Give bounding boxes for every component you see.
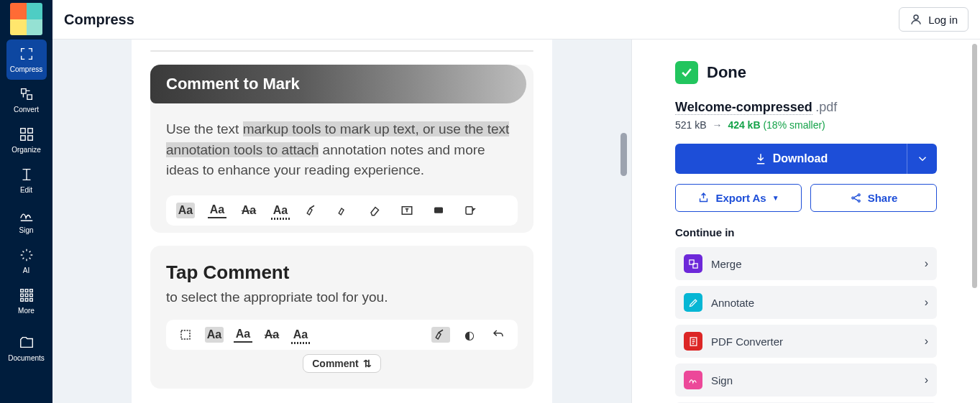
- download-dropdown-button[interactable]: [907, 144, 937, 174]
- brand-logo[interactable]: [10, 3, 42, 35]
- svg-point-20: [858, 200, 860, 202]
- doc-page: Comment to Mark Use the text markup tool…: [132, 40, 552, 403]
- highlight-tool-icon[interactable]: Aa: [176, 203, 195, 218]
- nav-label: Organize: [12, 146, 41, 154]
- left-sidebar: Compress Convert Organize Edit Sign AI M…: [0, 0, 52, 403]
- svg-point-13: [914, 15, 918, 19]
- nav-label: Sign: [19, 226, 33, 234]
- chevron-down-icon: [916, 152, 929, 165]
- select-tool-icon[interactable]: [176, 327, 195, 343]
- textbox-tool-icon[interactable]: [398, 203, 416, 218]
- svg-rect-11: [25, 299, 28, 302]
- underline-tool-icon[interactable]: Aa: [208, 203, 226, 218]
- download-icon: [754, 152, 767, 165]
- nav-more[interactable]: More: [6, 281, 47, 321]
- doc-card-tap-comment: Tap Comment to select the appropriate to…: [150, 246, 533, 389]
- ai-icon: [19, 247, 35, 263]
- chevron-right-icon: ›: [925, 257, 928, 270]
- svg-rect-1: [27, 129, 32, 133]
- svg-rect-0: [20, 129, 24, 133]
- card-text: Use the text markup tools to mark up tex…: [166, 119, 518, 181]
- svg-rect-8: [25, 294, 28, 297]
- nav-label: AI: [23, 267, 29, 274]
- area-highlight-icon[interactable]: [334, 203, 353, 218]
- preview-scrollbar[interactable]: [620, 133, 627, 176]
- nav-label: More: [18, 307, 35, 315]
- user-icon: [910, 13, 922, 26]
- strike-tool-icon[interactable]: Aa: [262, 327, 281, 343]
- eraser-tool-icon[interactable]: [366, 203, 385, 218]
- comment-pill[interactable]: Comment ⇅: [303, 354, 381, 373]
- svg-rect-17: [181, 330, 190, 339]
- nav-compress[interactable]: Compress: [6, 40, 47, 80]
- marker-tool-icon[interactable]: [303, 203, 321, 218]
- svg-point-19: [858, 194, 860, 196]
- convert-icon: [19, 86, 35, 102]
- organize-icon: [19, 126, 35, 142]
- highlight-tool-icon[interactable]: Aa: [205, 327, 224, 343]
- result-filename[interactable]: Welcome-compressed: [675, 100, 812, 115]
- share-icon: [850, 192, 862, 204]
- continue-sign[interactable]: Sign ›: [675, 363, 937, 397]
- document-preview[interactable]: Comment to Mark Use the text markup tool…: [52, 40, 631, 403]
- documents-icon: [19, 335, 35, 351]
- nav-documents[interactable]: Documents: [6, 328, 47, 369]
- card2-sub: to select the appropriate tool for you.: [166, 289, 518, 305]
- continue-pdf-converter[interactable]: PDF Converter ›: [675, 325, 937, 358]
- note-tool-icon[interactable]: [429, 203, 448, 218]
- half-tool-icon[interactable]: ◐: [460, 327, 479, 343]
- card-header: Comment to Mark: [150, 65, 526, 103]
- svg-rect-6: [29, 289, 32, 292]
- nav-convert[interactable]: Convert: [6, 80, 47, 120]
- undo-icon[interactable]: [489, 327, 508, 343]
- markup-toolbar: Aa Aa Aa Aa: [166, 195, 518, 226]
- underline-tool-icon[interactable]: Aa: [234, 327, 252, 343]
- nav-ai[interactable]: AI: [6, 241, 47, 281]
- continue-annotate[interactable]: Annotate ›: [675, 286, 937, 319]
- svg-rect-3: [27, 136, 32, 140]
- stamp-tool-icon[interactable]: [461, 203, 480, 218]
- check-icon: [675, 61, 698, 84]
- svg-rect-5: [25, 289, 28, 292]
- result-panel: Done Welcome-compressed .pdf 521 kB → 42…: [631, 40, 980, 403]
- squiggly-tool-icon[interactable]: Aa: [271, 203, 290, 218]
- topbar: Compress Log in: [52, 0, 980, 40]
- compress-icon: [19, 46, 35, 62]
- nav-sign[interactable]: Sign: [6, 200, 47, 241]
- nav-label: Edit: [20, 186, 32, 194]
- svg-rect-12: [29, 299, 32, 302]
- doc-card-comment-mark: Comment to Mark Use the text markup tool…: [150, 65, 533, 233]
- continue-merge[interactable]: Merge ›: [675, 247, 937, 280]
- arrow-right-icon: →: [712, 119, 722, 131]
- nav-label: Documents: [8, 354, 45, 362]
- svg-rect-2: [20, 136, 24, 140]
- login-button[interactable]: Log in: [899, 7, 968, 32]
- caret-down-icon: ▼: [772, 194, 779, 202]
- file-size-row: 521 kB → 424 kB (18% smaller): [675, 119, 937, 131]
- svg-rect-16: [466, 206, 472, 214]
- markup-toolbar-2: Aa Aa Aa Aa ◐: [166, 320, 518, 350]
- page-title: Compress: [64, 11, 134, 28]
- chevron-right-icon: ›: [925, 296, 928, 309]
- card2-title: Tap Comment: [166, 261, 518, 284]
- export-icon: [697, 192, 710, 204]
- download-button[interactable]: Download: [675, 144, 907, 174]
- squiggly-tool-icon[interactable]: Aa: [291, 327, 310, 343]
- result-ext: .pdf: [815, 100, 837, 114]
- svg-rect-10: [20, 299, 23, 302]
- merge-icon: [684, 254, 702, 273]
- strike-tool-icon[interactable]: Aa: [239, 203, 258, 218]
- sign-icon: [19, 207, 35, 223]
- svg-point-18: [851, 197, 853, 199]
- login-label: Log in: [928, 14, 958, 26]
- export-as-button[interactable]: Export As ▼: [675, 184, 802, 212]
- more-icon: [19, 287, 35, 303]
- pdf-icon: [684, 332, 702, 351]
- panel-scrollbar[interactable]: [972, 44, 977, 288]
- done-label: Done: [707, 63, 746, 82]
- annotate-icon: [684, 293, 702, 312]
- marker-tool-icon[interactable]: [431, 327, 450, 343]
- share-button[interactable]: Share: [810, 184, 937, 212]
- nav-organize[interactable]: Organize: [6, 120, 47, 160]
- nav-edit[interactable]: Edit: [6, 160, 47, 200]
